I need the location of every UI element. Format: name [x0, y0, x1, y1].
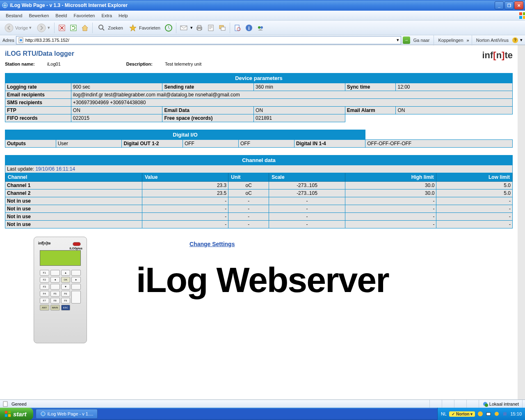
status-text: Gereed: [8, 400, 430, 408]
desc-label: Description:: [126, 62, 153, 66]
channel-data-table: Channel data Last update: 19/10/06 16:11…: [5, 155, 513, 228]
svg-rect-39: [503, 412, 507, 415]
go-label: Ga naar: [412, 38, 431, 43]
address-bar: Adres ▾ → Ga naar Koppelingen » Norton A…: [0, 35, 525, 45]
svg-point-9: [99, 25, 103, 29]
window-title: iLog Web Page - v 1.3 - Microsoft Intern…: [10, 2, 494, 8]
links-label[interactable]: Koppelingen: [436, 38, 465, 43]
refresh-icon[interactable]: [68, 23, 78, 33]
page-icon: [18, 37, 24, 43]
norton-tray[interactable]: ✓ Norton ▾: [449, 411, 475, 417]
favorites-button[interactable]: Favorieten: [126, 22, 162, 34]
table-row: Not in use-----: [5, 221, 513, 228]
digital-io-table: Digital I/O OutputsUser Digital OUT 1-2O…: [5, 130, 513, 148]
device-section-header: Device parameters: [5, 73, 513, 83]
zone-indicator: Lokaal intranet: [479, 400, 523, 408]
svg-rect-3: [519, 16, 522, 19]
address-input[interactable]: [25, 38, 395, 43]
svg-text:?: ?: [514, 38, 516, 43]
tray-icon[interactable]: [494, 411, 500, 417]
table-row: Not in use-----: [5, 205, 513, 213]
start-button[interactable]: start: [0, 408, 33, 420]
svg-rect-34: [8, 414, 11, 417]
table-row: Channel 223.5oC-273..10530.05.0: [5, 189, 513, 197]
menu-help[interactable]: Help: [115, 13, 131, 18]
address-label: Adres: [2, 38, 14, 43]
discuss-icon[interactable]: [217, 23, 227, 33]
menu-extra[interactable]: Extra: [98, 13, 115, 18]
table-row: Not in use-----: [5, 197, 513, 205]
back-icon: [4, 23, 14, 33]
status-bar: Gereed Lokaal intranet: [0, 399, 525, 408]
station-value: iLog01: [47, 62, 61, 66]
svg-point-35: [41, 412, 45, 416]
svg-rect-13: [198, 25, 201, 27]
svg-rect-37: [486, 413, 491, 415]
svg-rect-32: [8, 411, 11, 413]
table-row: Not in use-----: [5, 213, 513, 221]
page-title: iLOG RTU/Data logger: [5, 50, 201, 57]
close-button[interactable]: ✕: [514, 1, 523, 9]
windows-logo-icon: [515, 11, 523, 20]
svg-point-25: [20, 39, 22, 41]
menu-bestand[interactable]: Bestand: [2, 13, 25, 18]
ie-page-icon: [2, 401, 8, 407]
print-icon[interactable]: [194, 23, 204, 33]
home-icon[interactable]: [80, 23, 90, 33]
svg-point-36: [478, 411, 483, 416]
tray-icon[interactable]: [477, 411, 483, 417]
device-image: inf[n]te iLOGplus F1▲ F2◄OK► F3▼ F4F5F6 …: [34, 237, 87, 343]
restore-button[interactable]: ❐: [504, 1, 514, 9]
menu-favorieten[interactable]: Favorieten: [70, 13, 98, 18]
taskbar: start iLog Web Page - v 1.... NL ✓ Norto…: [0, 408, 525, 420]
channel-section-header: Channel data: [5, 155, 513, 165]
clock[interactable]: 15:10: [510, 411, 522, 416]
taskbar-item[interactable]: iLog Web Page - v 1....: [36, 409, 98, 419]
window-titlebar: iLog Web Page - v 1.3 - Microsoft Intern…: [0, 0, 525, 11]
messenger-icon[interactable]: [256, 23, 265, 33]
svg-rect-28: [3, 402, 7, 406]
search-button[interactable]: Zoeken: [95, 22, 125, 34]
toolbar: Vorige ▾ ▾ Zoeken Favorieten ▾ i: [0, 21, 525, 35]
mail-icon[interactable]: [179, 23, 189, 33]
svg-rect-1: [519, 12, 522, 15]
svg-text:i: i: [248, 25, 249, 31]
svg-rect-4: [523, 16, 525, 19]
menu-bar: Bestand Bewerken Beeld Favorieten Extra …: [0, 11, 525, 21]
go-button[interactable]: →: [403, 37, 410, 44]
svg-rect-33: [5, 414, 7, 417]
desc-value: Test telemetry unit: [165, 62, 201, 66]
minimize-button[interactable]: _: [495, 1, 504, 9]
svg-rect-17: [221, 27, 225, 30]
table-row: Channel 123.3oC-273..10530.05.0: [5, 182, 513, 189]
svg-rect-14: [198, 29, 201, 30]
norton-icon[interactable]: ?: [512, 37, 518, 43]
forward-button[interactable]: ▾: [35, 22, 52, 34]
digital-section-header: Digital I/O: [5, 130, 365, 140]
menu-bewerken[interactable]: Bewerken: [25, 13, 52, 18]
menu-beeld[interactable]: Beeld: [52, 13, 70, 18]
svg-point-23: [260, 26, 263, 29]
address-input-wrapper: ▾: [16, 36, 401, 44]
ie-icon: [2, 2, 8, 9]
tray-icon[interactable]: [486, 411, 491, 417]
device-params-table: Device parameters Logging rate900 sec Se…: [5, 73, 513, 122]
research-icon[interactable]: [233, 23, 242, 33]
tray-icon[interactable]: [502, 411, 508, 417]
dropdown-icon[interactable]: ▾: [397, 37, 399, 43]
info-icon[interactable]: i: [244, 23, 254, 33]
history-icon[interactable]: [164, 23, 173, 33]
content-viewport: iLOG RTU/Data logger Station name:iLog01…: [0, 45, 525, 414]
back-button[interactable]: Vorige ▾: [2, 22, 33, 34]
forward-icon: [37, 23, 46, 33]
stop-icon[interactable]: [57, 23, 67, 33]
change-settings-link[interactable]: Change Settings: [189, 241, 235, 247]
svg-rect-31: [5, 411, 7, 413]
lang-indicator[interactable]: NL: [441, 411, 447, 416]
svg-point-30: [485, 404, 488, 407]
big-title: iLog Webserver: [136, 260, 513, 300]
norton-label[interactable]: Norton AntiVirus: [475, 38, 510, 43]
svg-point-22: [258, 26, 260, 29]
edit-icon[interactable]: [206, 23, 216, 33]
infinite-logo: inf[n]te: [482, 50, 513, 61]
